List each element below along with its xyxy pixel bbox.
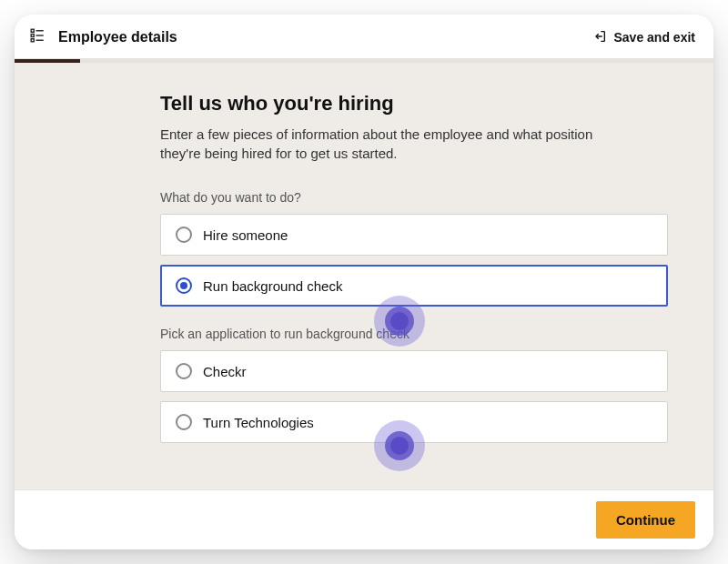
option-turn-technologies[interactable]: Turn Technologies bbox=[160, 401, 668, 443]
section-subtitle: Enter a few pieces of information about … bbox=[160, 125, 615, 163]
option-label: Hire someone bbox=[203, 227, 288, 243]
onboarding-panel: Employee details Save and exit Tell us w… bbox=[15, 15, 713, 549]
radio-icon bbox=[176, 277, 192, 294]
header-bar: Employee details Save and exit bbox=[15, 15, 713, 59]
radio-icon bbox=[176, 227, 192, 243]
exit-icon bbox=[592, 29, 607, 46]
section-title: Tell us who you're hiring bbox=[160, 92, 668, 116]
option-run-background-check[interactable]: Run background check bbox=[160, 265, 668, 307]
action-group-label: What do you want to do? bbox=[160, 190, 668, 205]
footer-bar: Continue bbox=[15, 489, 713, 549]
save-and-exit-label: Save and exit bbox=[614, 30, 696, 45]
page-title: Employee details bbox=[58, 29, 177, 45]
svg-rect-4 bbox=[31, 39, 34, 42]
option-label: Run background check bbox=[203, 278, 342, 294]
action-options: Hire someone Run background check bbox=[160, 214, 668, 307]
continue-button[interactable]: Continue bbox=[596, 501, 695, 539]
header-left: Employee details bbox=[29, 27, 177, 47]
option-label: Checkr bbox=[203, 364, 247, 379]
main-content: Tell us who you're hiring Enter a few pi… bbox=[15, 63, 713, 489]
option-hire-someone[interactable]: Hire someone bbox=[160, 214, 668, 256]
radio-icon bbox=[176, 363, 192, 379]
radio-icon bbox=[176, 414, 192, 430]
svg-rect-0 bbox=[31, 29, 34, 32]
save-and-exit-button[interactable]: Save and exit bbox=[592, 29, 696, 46]
app-options: Checkr Turn Technologies bbox=[160, 350, 668, 443]
steps-icon[interactable] bbox=[29, 27, 46, 47]
option-checkr[interactable]: Checkr bbox=[160, 350, 668, 392]
app-group-label: Pick an application to run background ch… bbox=[160, 327, 668, 341]
option-label: Turn Technologies bbox=[203, 415, 314, 430]
svg-rect-2 bbox=[31, 35, 34, 37]
